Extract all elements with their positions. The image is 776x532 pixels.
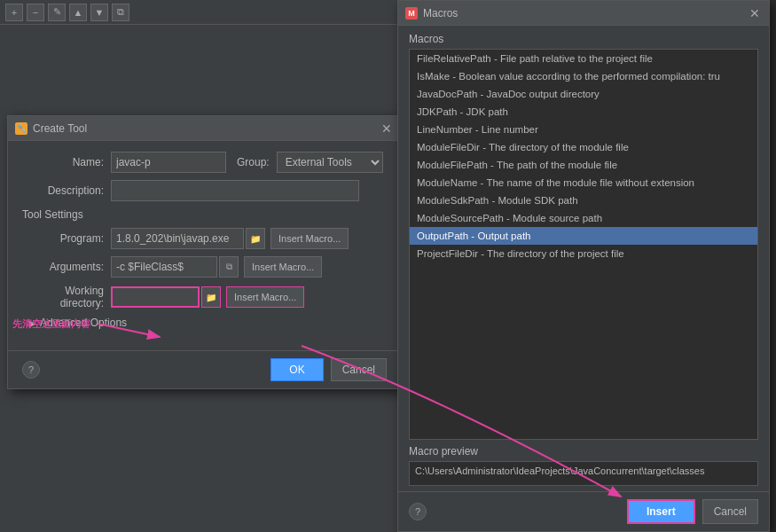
arguments-browse-button[interactable]: ⧉ bbox=[219, 256, 239, 278]
macro-item-linenumber[interactable]: LineNumber - Line number bbox=[410, 121, 757, 138]
macro-item-modulesdkpath[interactable]: ModuleSdkPath - Module SDK path bbox=[410, 192, 757, 209]
move-down-button[interactable]: ▼ bbox=[90, 4, 108, 21]
group-select[interactable]: External Tools bbox=[277, 152, 383, 173]
program-row: Program: 📁 Insert Macro... bbox=[22, 228, 387, 249]
arguments-input[interactable] bbox=[111, 256, 217, 278]
macro-item-outputpath[interactable]: OutputPath - Output path bbox=[410, 227, 757, 245]
ide-toolbar: + − ✎ ▲ ▼ ⧉ bbox=[0, 0, 399, 25]
create-tool-dialog: 🔧 Create Tool ✕ Name: Group: External To… bbox=[7, 115, 402, 389]
macro-item-ismake[interactable]: IsMake - Boolean value according to the … bbox=[410, 67, 757, 85]
macros-footer-buttons: Insert Cancel bbox=[627, 499, 758, 524]
macro-item-jdkpath[interactable]: JDKPath - JDK path bbox=[410, 103, 757, 121]
edit-button[interactable]: ✎ bbox=[48, 4, 66, 21]
ok-button[interactable]: OK bbox=[270, 358, 323, 381]
working-directory-label: Working directory: bbox=[22, 285, 111, 309]
macros-section-label: Macros bbox=[398, 26, 769, 49]
macros-title-left: M Macros bbox=[405, 7, 458, 20]
working-directory-input[interactable] bbox=[111, 286, 200, 308]
insert-macro-button-1[interactable]: Insert Macro... bbox=[270, 228, 349, 249]
copy-button[interactable]: ⧉ bbox=[112, 4, 129, 21]
insert-macro-button-2[interactable]: Insert Macro... bbox=[244, 256, 322, 278]
dialog-body: Name: Group: External Tools Description:… bbox=[8, 141, 401, 350]
cancel-button[interactable]: Cancel bbox=[331, 358, 387, 381]
dialog-footer: ? OK Cancel bbox=[8, 350, 401, 388]
dialog-title-left: 🔧 Create Tool bbox=[15, 122, 87, 135]
program-browse-button[interactable]: 📁 bbox=[246, 228, 265, 249]
dialog-titlebar: 🔧 Create Tool ✕ bbox=[8, 116, 401, 141]
insert-button[interactable]: Insert bbox=[627, 499, 695, 524]
help-button[interactable]: ? bbox=[22, 361, 40, 379]
move-up-button[interactable]: ▲ bbox=[69, 4, 87, 21]
macros-title-text: Macros bbox=[423, 7, 458, 20]
description-row: Description: bbox=[22, 180, 387, 201]
macros-close-button[interactable]: ✕ bbox=[748, 6, 762, 20]
dialog-title-text: Create Tool bbox=[33, 122, 87, 135]
macro-preview-label: Macro preview bbox=[409, 445, 758, 458]
macro-preview-section: Macro preview C:\Users\Administrator\Ide… bbox=[398, 440, 769, 491]
macro-item-modulesourcepath[interactable]: ModuleSourcePath - Module source path bbox=[410, 209, 757, 227]
description-input[interactable] bbox=[111, 180, 359, 201]
macros-dialog: M Macros ✕ Macros FileRelativePath - Fil… bbox=[397, 0, 770, 532]
macro-item-javadocpath[interactable]: JavaDocPath - JavaDoc output directory bbox=[410, 85, 757, 103]
name-input[interactable] bbox=[111, 152, 226, 173]
dialog-title-icon: 🔧 bbox=[15, 122, 27, 135]
name-label: Name: bbox=[22, 156, 111, 168]
macro-item-projectfiledir[interactable]: ProjectFileDir - The directory of the pr… bbox=[410, 245, 757, 262]
working-directory-browse-button[interactable]: 📁 bbox=[201, 286, 221, 308]
footer-buttons: OK Cancel bbox=[270, 358, 387, 381]
remove-button[interactable]: − bbox=[27, 4, 44, 21]
program-label: Program: bbox=[22, 232, 111, 245]
macro-item-modulefiledir[interactable]: ModuleFileDir - The directory of the mod… bbox=[410, 138, 757, 156]
add-button[interactable]: + bbox=[5, 4, 23, 21]
advanced-options-label: Advanced Options bbox=[40, 317, 127, 329]
macro-preview-value: C:\Users\Administrator\IdeaProjects\Java… bbox=[409, 461, 758, 486]
name-group-row: Name: Group: External Tools bbox=[22, 152, 387, 173]
advanced-triangle-icon: ▶ bbox=[29, 318, 36, 328]
footer-left: ? bbox=[22, 361, 40, 379]
dialog-close-button[interactable]: ✕ bbox=[380, 121, 394, 136]
tool-settings-section: Tool Settings Program: 📁 Insert Macro...… bbox=[22, 208, 387, 309]
description-label: Description: bbox=[22, 184, 111, 197]
group-label: Group: bbox=[237, 156, 270, 168]
macro-item-filerelativepath[interactable]: FileRelativePath - File path relative to… bbox=[410, 50, 757, 67]
working-directory-row: Working directory: 📁 Insert Macro... bbox=[22, 285, 387, 309]
insert-macro-button-3[interactable]: Insert Macro... bbox=[226, 286, 304, 308]
macros-list[interactable]: FileRelativePath - File path relative to… bbox=[409, 49, 758, 440]
program-input[interactable] bbox=[111, 228, 244, 249]
macro-item-modulefilepath[interactable]: ModuleFilePath - The path of the module … bbox=[410, 156, 757, 174]
macros-body: Macros FileRelativePath - File path rela… bbox=[398, 26, 769, 491]
macro-cancel-button[interactable]: Cancel bbox=[702, 499, 758, 524]
macros-footer: ? Insert Cancel bbox=[398, 491, 769, 531]
arguments-label: Arguments: bbox=[22, 261, 111, 273]
advanced-options[interactable]: ▶ Advanced Options bbox=[22, 317, 387, 329]
macros-titlebar: M Macros ✕ bbox=[398, 1, 769, 26]
tool-settings-label: Tool Settings bbox=[22, 208, 387, 221]
macros-title-icon: M bbox=[405, 7, 418, 20]
macro-item-modulename[interactable]: ModuleName - The name of the module file… bbox=[410, 174, 757, 192]
macros-help-button[interactable]: ? bbox=[409, 503, 427, 520]
arguments-row: Arguments: ⧉ Insert Macro... bbox=[22, 256, 387, 278]
